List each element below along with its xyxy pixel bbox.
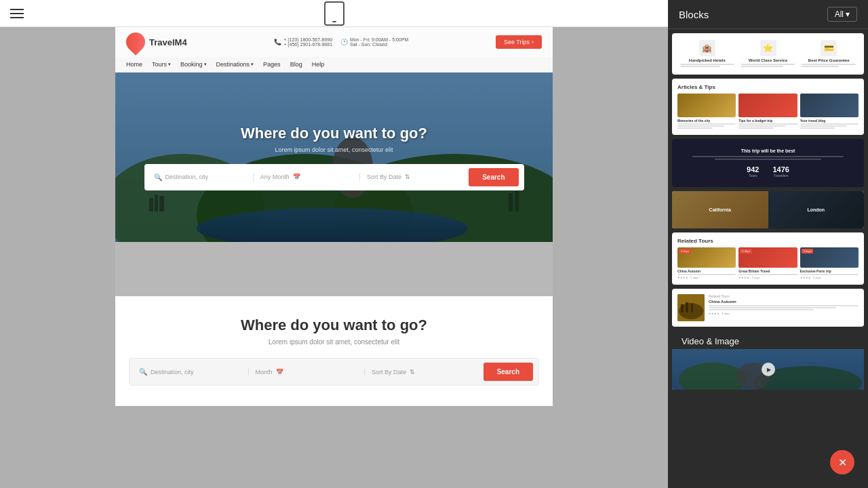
blocks-list[interactable]: 🏨 Handpicked Hotels ⭐ World Class Servic… bbox=[668, 29, 868, 488]
search-icon: 🔍 bbox=[154, 174, 162, 181]
single-tour-title: China Autumn bbox=[709, 300, 859, 304]
video-image-label: Video & Image bbox=[672, 331, 864, 349]
destination-placeholder: Destination, city bbox=[165, 174, 209, 180]
block-related-tours[interactable]: Related Tours 4 days China Autumn ★★★★ ·… bbox=[672, 232, 864, 285]
stat-label-1: Tours bbox=[747, 174, 759, 178]
tour-meta-3: ★★★★ · 5 days bbox=[800, 276, 859, 279]
phone1: + (123) 1800-567-8990 bbox=[283, 37, 332, 42]
hamburger-menu[interactable] bbox=[10, 9, 24, 18]
block-destinations[interactable]: California London bbox=[672, 191, 864, 228]
sort-placeholder: Sort By Date bbox=[367, 174, 401, 180]
article-label-3: Your travel blog bbox=[800, 119, 859, 123]
hero-content: Where do you want to go? Lorem ipsum dol… bbox=[144, 125, 524, 190]
tour-1: 4 days China Autumn ★★★★ · 5 days bbox=[677, 247, 736, 279]
stats-numbers: 942 Tours 1476 Travellers bbox=[679, 165, 857, 178]
dest-right-name: London bbox=[807, 207, 825, 212]
nav-pages[interactable]: Pages bbox=[263, 61, 281, 68]
nav-home[interactable]: Home bbox=[126, 61, 142, 68]
canvas-area[interactable]: TravelM4 📞 + (123) 1800-567-8990 + (456)… bbox=[0, 27, 668, 488]
logo-icon bbox=[122, 28, 149, 56]
block-video[interactable] bbox=[672, 349, 864, 390]
dropdown-arrow-icon: ▾ bbox=[846, 9, 850, 19]
block-stats[interactable]: This trip will be the best 942 Tours 147… bbox=[672, 139, 864, 187]
tour-meta-2: ★★★★ · 5 days bbox=[738, 276, 797, 279]
stat-2: 1476 Travellers bbox=[772, 165, 789, 178]
dest-left-name: California bbox=[709, 207, 731, 212]
hero-search-button[interactable]: Search bbox=[469, 168, 518, 186]
destination-field-2[interactable]: 🔍 Destination, city bbox=[135, 368, 249, 375]
feature-lines-3 bbox=[800, 64, 857, 67]
sort-icon: ⇅ bbox=[405, 174, 410, 180]
page-canvas: TravelM4 📞 + (123) 1800-567-8990 + (456)… bbox=[115, 27, 553, 488]
nav-blog[interactable]: Blog bbox=[290, 61, 302, 68]
dest-left: California bbox=[672, 191, 768, 228]
tour-name-1: China Autumn bbox=[677, 269, 736, 273]
block-single-tour[interactable]: Related Tours China Autumn ★★★★ · 4 days bbox=[672, 289, 864, 327]
features-grid: 🏨 Handpicked Hotels ⭐ World Class Servic… bbox=[679, 40, 857, 68]
second-subtitle: Lorem ipsum dolor sit amet, consectetur … bbox=[129, 338, 539, 346]
all-filter-button[interactable]: All ▾ bbox=[827, 7, 857, 22]
phone-icon: 📞 bbox=[274, 39, 281, 45]
right-panel-header: Blocks All ▾ bbox=[668, 0, 868, 29]
tour-img-1: 4 days bbox=[677, 247, 736, 268]
sort-placeholder-2: Sort By Date bbox=[372, 369, 406, 375]
stat-1: 942 Tours bbox=[747, 165, 759, 178]
site-contact: 📞 + (123) 1800-567-8990 + (456) 2901-678… bbox=[274, 37, 408, 47]
feature-price-label: Best Price Guarantee bbox=[800, 58, 857, 62]
month-field[interactable]: Any Month 📅 bbox=[256, 174, 360, 180]
close-button[interactable]: ✕ bbox=[830, 450, 854, 474]
sort-field-2[interactable]: Sort By Date ⇅ bbox=[368, 369, 481, 375]
sort-field[interactable]: Sort By Date ⇅ bbox=[363, 174, 466, 180]
nav-tours[interactable]: Tours bbox=[152, 61, 171, 68]
single-tour-image bbox=[677, 294, 705, 321]
second-search-button[interactable]: Search bbox=[484, 363, 533, 381]
logo-text: TravelM4 bbox=[149, 37, 187, 47]
block-features[interactable]: 🏨 Handpicked Hotels ⭐ World Class Servic… bbox=[672, 33, 864, 75]
tour-badge-2: 5 days bbox=[740, 249, 752, 253]
site-logo: TravelM4 bbox=[126, 33, 187, 52]
hours2: Sat - Sun: Closed bbox=[350, 42, 408, 47]
svg-rect-16 bbox=[691, 304, 693, 312]
nav-help[interactable]: Help bbox=[312, 61, 325, 68]
second-section: Where do you want to go? Lorem ipsum dol… bbox=[115, 296, 553, 406]
month-field-2[interactable]: Month 📅 bbox=[252, 369, 366, 375]
left-panel: TravelM4 📞 + (123) 1800-567-8990 + (456)… bbox=[0, 0, 668, 488]
blocks-title: Blocks bbox=[679, 9, 709, 20]
block-articles[interactable]: Articles & Tips Memories of the city Tip… bbox=[672, 79, 864, 135]
calendar-icon: 📅 bbox=[293, 174, 300, 180]
hero-section: Where do you want to go? Lorem ipsum dol… bbox=[115, 73, 553, 242]
svg-rect-14 bbox=[681, 304, 684, 312]
dest-right-overlay: London bbox=[768, 191, 865, 228]
see-trips-button[interactable]: See Trips › bbox=[496, 35, 542, 49]
article-3: Your travel blog bbox=[800, 94, 859, 129]
tour-img-3: 3 days bbox=[800, 247, 859, 268]
stat-num-1: 942 bbox=[747, 165, 759, 174]
tour-badge-1: 4 days bbox=[679, 249, 691, 253]
nav-destinations[interactable]: Destinations bbox=[216, 61, 254, 68]
second-search-bar: 🔍 Destination, city Month 📅 Sort By Date… bbox=[129, 358, 539, 386]
nav-booking[interactable]: Booking bbox=[180, 61, 207, 68]
stats-title: This trip will be the best bbox=[679, 148, 857, 153]
tour-img-2: 5 days bbox=[738, 247, 797, 268]
month-placeholder-2: Month bbox=[256, 369, 273, 375]
dest-left-overlay: California bbox=[672, 191, 768, 228]
tour-name-2: Great Britain Travel bbox=[738, 269, 797, 273]
clock-icon: 🕐 bbox=[340, 39, 348, 45]
articles-title: Articles & Tips bbox=[677, 84, 859, 90]
stat-label-2: Travellers bbox=[772, 174, 789, 178]
phone-contact: 📞 + (123) 1800-567-8990 + (456) 2901-678… bbox=[274, 37, 332, 47]
svg-rect-15 bbox=[686, 302, 688, 312]
feature-service-label: World Class Service bbox=[740, 58, 797, 62]
search-icon-2: 🔍 bbox=[139, 368, 147, 375]
hours-contact: 🕐 Mon - Fri: 9:00AM - 5:00PM Sat - Sun: … bbox=[340, 37, 408, 47]
sort-icon-2: ⇅ bbox=[410, 369, 415, 375]
destination-field[interactable]: 🔍 Destination, city bbox=[150, 174, 254, 181]
phone2: + (456) 2901-678-9881 bbox=[283, 42, 332, 47]
hours1: Mon - Fri: 9:00AM - 5:00PM bbox=[350, 37, 408, 42]
site-nav: Home Tours Booking Destinations Pages Bl… bbox=[115, 57, 553, 73]
feature-hotels-label: Handpicked Hotels bbox=[679, 58, 736, 62]
video-play-button[interactable] bbox=[762, 363, 775, 376]
article-img-3 bbox=[800, 94, 859, 117]
calendar-icon-2: 📅 bbox=[276, 369, 283, 375]
article-img-1 bbox=[677, 94, 736, 117]
